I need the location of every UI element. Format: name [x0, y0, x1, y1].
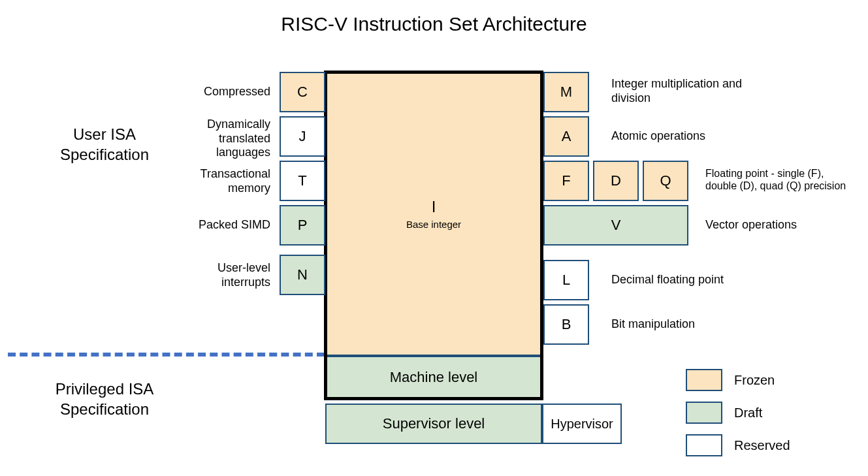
legend-draft-swatch [686, 402, 722, 424]
legend-draft-label: Draft [734, 405, 762, 420]
diagram-title: RISC-V Instruction Set Architecture [0, 13, 868, 35]
divider-line [8, 353, 325, 357]
legend-frozen-swatch [686, 369, 722, 391]
b-label: Bit manipulation [611, 317, 755, 332]
v-box: V [543, 205, 688, 246]
priv-isa-label: Privileged ISA Specification [36, 379, 173, 419]
legend-reserved-swatch [686, 434, 722, 456]
p-box: P [280, 205, 325, 246]
legend-frozen-label: Frozen [734, 373, 775, 388]
c-label: Compressed [187, 85, 270, 99]
v-label: Vector operations [705, 218, 849, 232]
a-label: Atomic operations [611, 129, 755, 144]
supervisor-level-box: Supervisor level [325, 404, 542, 444]
d-box: D [593, 161, 639, 201]
legend-draft: Draft [686, 402, 762, 424]
user-isa-label: User ISA Specification [46, 124, 163, 165]
c-box: C [280, 72, 325, 112]
b-box: B [543, 304, 589, 345]
f-box: F [543, 161, 589, 201]
j-box: J [280, 116, 325, 157]
n-box: N [280, 255, 325, 295]
q-box: Q [643, 161, 688, 201]
a-box: A [543, 116, 589, 157]
base-integer-box: I Base integer [325, 72, 542, 356]
base-integer-sub: Base integer [406, 219, 461, 230]
legend-reserved: Reserved [686, 434, 790, 456]
fdq-label: Floating point - single (F), double (D),… [705, 167, 856, 192]
j-label: Dynamically translated languages [187, 118, 270, 160]
legend-frozen: Frozen [686, 369, 775, 391]
n-label: User-level interrupts [187, 261, 270, 289]
m-label: Integer multiplication and division [611, 77, 755, 105]
m-box: M [543, 72, 589, 112]
base-integer-letter: I [432, 198, 436, 216]
legend-reserved-label: Reserved [734, 438, 790, 453]
t-label: Transactional memory [187, 167, 270, 195]
machine-level-box: Machine level [325, 356, 542, 399]
hypervisor-box: Hypervisor [542, 404, 622, 444]
l-box: L [543, 260, 589, 300]
p-label: Packed SIMD [187, 218, 270, 232]
l-label: Decimal floating point [611, 273, 755, 287]
t-box: T [280, 161, 325, 201]
